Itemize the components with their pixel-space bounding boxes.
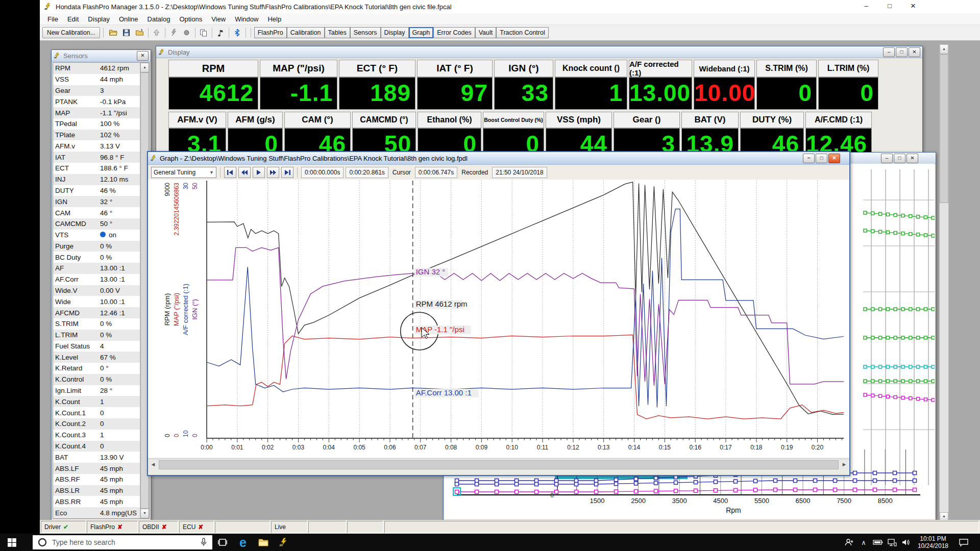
- file-explorer-icon[interactable]: [253, 534, 274, 551]
- sensor-row[interactable]: Gear3: [53, 85, 140, 96]
- view-button-traction-control[interactable]: Traction Control: [496, 27, 548, 38]
- menu-options[interactable]: Options: [175, 14, 207, 24]
- sensor-row[interactable]: VTSon: [53, 230, 140, 241]
- scroll-up-icon[interactable]: ▲: [940, 44, 948, 54]
- sensor-row[interactable]: S.TRIM0 %: [53, 318, 140, 330]
- sensor-row[interactable]: RPM4612 rpm: [53, 63, 140, 74]
- sensor-row[interactable]: ABS.LF45 mph: [53, 463, 140, 474]
- edge-icon[interactable]: e: [233, 534, 253, 551]
- copy-icon[interactable]: [197, 27, 210, 39]
- menu-file[interactable]: File: [43, 14, 63, 24]
- sensor-row[interactable]: TPlate102 %: [53, 130, 140, 141]
- sensor-row[interactable]: IAT96.8 ° F: [53, 152, 140, 163]
- sensor-row[interactable]: K.Count.20: [53, 418, 140, 430]
- open-file-icon[interactable]: [107, 27, 120, 39]
- scroll-up-icon[interactable]: ▲: [140, 63, 149, 72]
- sensor-row[interactable]: VSS44 mph: [53, 74, 140, 85]
- sensor-row[interactable]: K.Count.40: [53, 441, 140, 452]
- menu-display[interactable]: Display: [83, 14, 114, 24]
- scroll-down-icon[interactable]: ▼: [140, 509, 149, 518]
- taskbar-clock[interactable]: 10:01 PM 10/24/2018: [914, 535, 952, 549]
- scrollbar-thumb[interactable]: [940, 54, 948, 203]
- sensor-row[interactable]: L.TRIM0 %: [53, 330, 140, 341]
- menu-online[interactable]: Online: [114, 14, 143, 24]
- sensor-row[interactable]: PTANK-0.1 kPa: [53, 96, 140, 107]
- skip-start-button[interactable]: [224, 167, 236, 178]
- maximize-button[interactable]: □: [878, 1, 901, 13]
- sensor-row[interactable]: ABS.RF45 mph: [53, 474, 140, 485]
- sensor-row[interactable]: K.Level67 %: [53, 352, 140, 363]
- sensor-row[interactable]: ABS.LR45 mph: [53, 485, 140, 496]
- play-button[interactable]: [253, 167, 265, 178]
- graph-plot-area[interactable]: 0:000:010:020:030:040:050:060:070:080:09…: [148, 180, 849, 458]
- tables-close-button[interactable]: ✕: [906, 154, 918, 163]
- skip-end-button[interactable]: [281, 167, 293, 178]
- sensor-row[interactable]: Fuel Status4: [53, 341, 140, 352]
- sensor-row[interactable]: BC Duty0 %: [53, 252, 140, 263]
- menu-view[interactable]: View: [207, 14, 230, 24]
- graph-minimize-button[interactable]: –: [803, 154, 815, 163]
- sensor-row[interactable]: CAM46 °: [53, 207, 140, 218]
- people-icon[interactable]: [842, 534, 856, 551]
- view-button-error-codes[interactable]: Error Codes: [433, 27, 475, 38]
- flashpro-taskbar-icon[interactable]: [274, 534, 294, 551]
- view-button-flashpro[interactable]: FlashPro: [254, 27, 287, 38]
- scroll-down-icon[interactable]: ▼: [940, 512, 948, 520]
- fast-forward-button[interactable]: [267, 167, 279, 178]
- view-button-display[interactable]: Display: [381, 27, 409, 38]
- sensor-row[interactable]: Purge0 %: [53, 241, 140, 252]
- sensor-row[interactable]: AFCMD12.46 :1: [53, 307, 140, 318]
- display-minimize-button[interactable]: –: [883, 47, 895, 57]
- menu-window[interactable]: Window: [230, 14, 263, 24]
- sensor-row[interactable]: MAP-1.1 "/psi: [53, 107, 140, 118]
- scroll-right-icon[interactable]: ►: [839, 459, 849, 470]
- bluetooth-icon[interactable]: [231, 27, 244, 39]
- sensor-row[interactable]: TPedal100 %: [53, 118, 140, 130]
- rewind-button[interactable]: [238, 167, 251, 178]
- menu-edit[interactable]: Edit: [63, 14, 83, 24]
- sensor-row[interactable]: Ign.Limit28 °: [53, 385, 140, 396]
- sensor-row[interactable]: AF.Corr13.00 :1: [53, 274, 140, 285]
- record-icon[interactable]: [180, 27, 193, 39]
- scrollbar-thumb[interactable]: [159, 460, 839, 469]
- tables-minimize-button[interactable]: –: [881, 154, 893, 163]
- action-center-icon[interactable]: [952, 534, 975, 551]
- menu-datalog[interactable]: Datalog: [143, 14, 175, 24]
- graph-hscrollbar[interactable]: ◄ ►: [148, 459, 849, 470]
- client-scrollbar[interactable]: ▲ ▼: [939, 44, 949, 520]
- tray-expand-icon[interactable]: ∧: [856, 534, 871, 551]
- sensor-row[interactable]: ECT188.6 ° F: [53, 163, 140, 174]
- save-icon[interactable]: [120, 27, 133, 39]
- display-maximize-button[interactable]: □: [896, 47, 908, 57]
- view-button-tables[interactable]: Tables: [325, 27, 350, 38]
- sensor-row[interactable]: K.Count.31: [53, 430, 140, 441]
- sensor-row[interactable]: ABS.RR45 mph: [53, 496, 140, 507]
- view-button-vault[interactable]: Vault: [475, 27, 497, 38]
- sensor-row[interactable]: Eco4.8 mpg(US: [53, 507, 140, 518]
- battery-icon[interactable]: [871, 534, 885, 551]
- task-view-button[interactable]: [212, 534, 233, 551]
- display-close-button[interactable]: ✕: [909, 47, 920, 57]
- sensors-close-button[interactable]: ✕: [137, 51, 149, 61]
- sensor-row[interactable]: K.Count.10: [53, 407, 140, 418]
- new-calibration-button[interactable]: New Calibration...: [42, 27, 100, 38]
- tables-maximize-button[interactable]: □: [894, 154, 905, 163]
- microphone-icon[interactable]: [200, 538, 207, 547]
- graph-maximize-button[interactable]: □: [816, 154, 827, 163]
- sensor-row[interactable]: AF13.00 :1: [53, 263, 140, 274]
- network-icon[interactable]: [885, 534, 899, 551]
- sensor-row[interactable]: K.Count1: [53, 396, 140, 407]
- view-button-graph[interactable]: Graph: [409, 27, 434, 38]
- sensor-row[interactable]: Wide10.00 :1: [53, 296, 140, 307]
- graph-preset-dropdown[interactable]: General Tuning▼: [151, 167, 216, 178]
- sensor-row[interactable]: INJ12.10 ms: [53, 174, 140, 185]
- sensor-row[interactable]: BAT13.90 V: [53, 452, 140, 463]
- sensor-row[interactable]: K.Control0 %: [53, 374, 140, 385]
- search-input[interactable]: Type here to search: [33, 535, 212, 549]
- music-note-icon[interactable]: [214, 27, 227, 39]
- minimize-button[interactable]: –: [854, 1, 878, 13]
- sensor-row[interactable]: DUTY46 %: [53, 185, 140, 196]
- close-button[interactable]: ✕: [901, 1, 925, 13]
- sensor-row[interactable]: CAMCMD50 °: [53, 218, 140, 230]
- datalog-icon[interactable]: [167, 27, 180, 39]
